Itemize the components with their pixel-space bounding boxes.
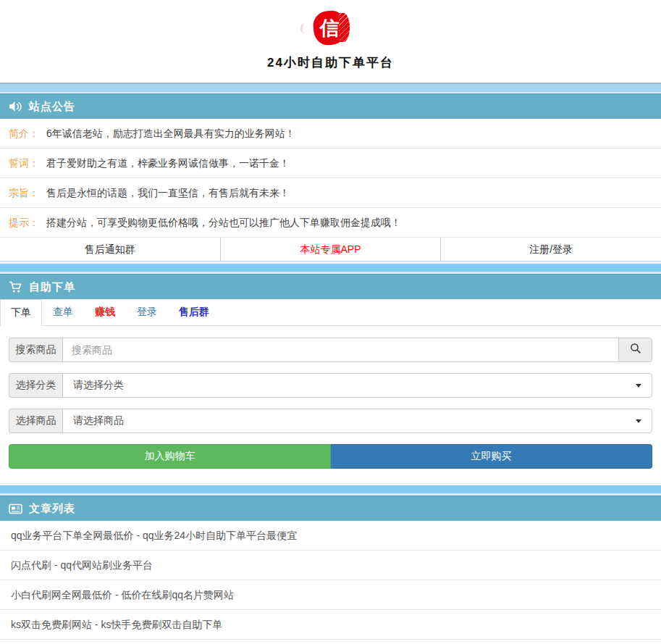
search-button[interactable] xyxy=(618,338,652,362)
tab-aftersale-group[interactable]: 售后群 xyxy=(168,299,220,325)
article-list-item[interactable]: 闪点代刷 - qq代网站刷业务平台 xyxy=(0,551,661,580)
announcement-label: 提示： xyxy=(9,217,39,228)
article-list-item[interactable]: ks双击免费刷网站 - ks快手免费刷双击自助下单 xyxy=(0,610,661,640)
search-icon xyxy=(630,343,641,357)
news-icon xyxy=(9,503,22,514)
order-section-title: 自助下单 xyxy=(29,280,75,294)
article-list-item[interactable]: qq业务平台下单全网最低价 - qq业务24小时自助下单平台最便宜 xyxy=(0,521,661,551)
announcement-text: 6年诚信老站，励志打造出全网最具有实力的业务网站！ xyxy=(46,127,295,139)
category-select[interactable]: 请选择分类 xyxy=(62,373,652,398)
announcement-text: 君子爱财助之有道，梓豪业务网诚信做事，一诺千金！ xyxy=(46,157,290,169)
announcement-row: 提示：搭建分站，可享受购物更低价格哦，分站也可以推广他人下单赚取佣金提成哦！ xyxy=(0,208,661,238)
site-logo: 信 xyxy=(313,11,350,46)
order-tabs: 下单 查单 赚钱 登录 售后群 xyxy=(0,299,661,326)
articles-section-title: 文章列表 xyxy=(29,502,75,516)
add-to-cart-button[interactable]: 加入购物车 xyxy=(9,444,331,469)
tab-check-order[interactable]: 查单 xyxy=(42,299,84,325)
announcement-section-title: 站点公告 xyxy=(29,100,75,114)
product-selected-value: 请选择商品 xyxy=(73,414,124,427)
chevron-down-icon xyxy=(636,419,641,423)
category-group: 选择分类 请选择分类 xyxy=(9,373,652,398)
quick-links-bar: 售后通知群 本站专属APP 注册/登录 xyxy=(0,238,661,262)
announcement-section-header: 站点公告 xyxy=(0,93,661,119)
search-group: 搜索商品 xyxy=(9,338,652,362)
speaker-icon xyxy=(9,101,22,112)
announcement-text: 搭建分站，可享受购物更低价格哦，分站也可以推广他人下单赚取佣金提成哦！ xyxy=(46,217,401,228)
page: 信 24小时自助下单平台 站点公告 简介：6年诚信老站，励志打造出全网最具有实力… xyxy=(0,0,661,643)
chevron-down-icon xyxy=(636,384,641,388)
page-bottom xyxy=(0,640,661,643)
buy-now-button[interactable]: 立即购买 xyxy=(331,444,652,469)
announcement-label: 宗旨： xyxy=(9,187,39,198)
announcement-label: 简介： xyxy=(9,127,39,139)
cart-icon xyxy=(9,281,22,293)
tab-earn-money[interactable]: 赚钱 xyxy=(84,299,126,325)
article-list-item[interactable]: 小白代刷网全网最低价 - 低价在线刷qq名片赞网站 xyxy=(0,580,661,610)
announcement-row: 誓词：君子爱财助之有道，梓豪业务网诚信做事，一诺千金！ xyxy=(0,149,661,178)
category-label: 选择分类 xyxy=(9,373,62,398)
site-app-button[interactable]: 本站专属APP xyxy=(220,238,441,261)
purchase-buttons: 加入购物车 立即购买 xyxy=(9,444,652,469)
category-selected-value: 请选择分类 xyxy=(73,379,124,392)
divider-strip xyxy=(0,83,661,93)
site-title: 24小时自助下单平台 xyxy=(0,54,661,71)
product-select[interactable]: 请选择商品 xyxy=(62,409,652,433)
product-label: 选择商品 xyxy=(9,409,62,433)
divider-strip xyxy=(0,262,661,274)
site-header: 信 24小时自助下单平台 xyxy=(0,0,661,83)
logo-character: 信 xyxy=(317,17,342,40)
tab-login[interactable]: 登录 xyxy=(126,299,168,325)
aftersale-group-button[interactable]: 售后通知群 xyxy=(0,238,220,261)
logo-stamp-ghost xyxy=(300,23,308,33)
order-form: 搜索商品 选择分类 请选择分类 选择商品 请选择商品 加入购物车 xyxy=(0,326,661,483)
tab-place-order[interactable]: 下单 xyxy=(0,299,42,326)
search-label: 搜索商品 xyxy=(9,338,62,362)
announcement-label: 誓词： xyxy=(9,157,39,169)
articles-section-header: 文章列表 xyxy=(0,495,661,521)
product-group: 选择商品 请选择商品 xyxy=(9,409,652,433)
announcement-row: 宗旨：售后是永恒的话题，我们一直坚信，有售后就有未来！ xyxy=(0,178,661,208)
announcement-text: 售后是永恒的话题，我们一直坚信，有售后就有未来！ xyxy=(46,187,290,198)
order-section-header: 自助下单 xyxy=(0,274,661,299)
announcement-row: 简介：6年诚信老站，励志打造出全网最具有实力的业务网站！ xyxy=(0,119,661,149)
register-login-button[interactable]: 注册/登录 xyxy=(440,238,661,261)
search-input[interactable] xyxy=(62,338,619,362)
divider-strip xyxy=(0,483,661,495)
